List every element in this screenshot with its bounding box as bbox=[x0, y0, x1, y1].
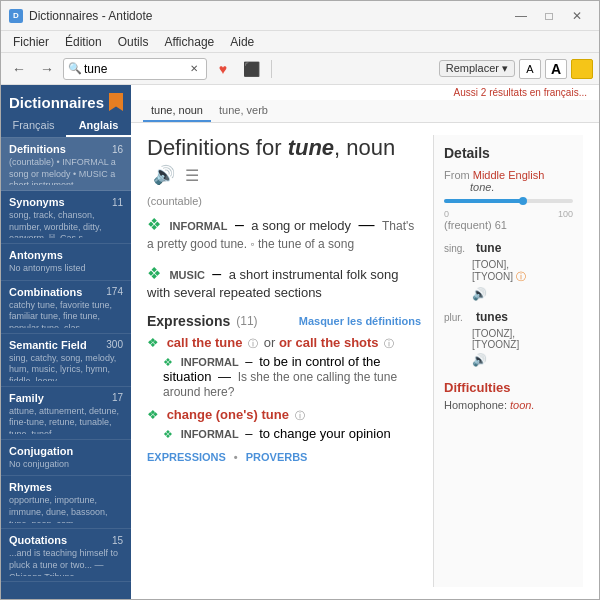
masquer-button[interactable]: Masquer les définitions bbox=[299, 315, 421, 327]
freq-bar-bg bbox=[444, 199, 573, 203]
back-button[interactable]: ← bbox=[7, 57, 31, 81]
application-window: D Dictionnaires - Antidote — □ ✕ Fichier… bbox=[0, 0, 600, 600]
sidebar-item-quotations[interactable]: Quotations 15 ...and is teaching himself… bbox=[1, 529, 131, 582]
lang-tab-francais[interactable]: Français bbox=[1, 115, 66, 137]
freq-marker bbox=[519, 197, 527, 205]
sidebar-item-semantic[interactable]: Semantic Field 300 sing, catchy, song, m… bbox=[1, 334, 131, 387]
search-icon: 🔍 bbox=[68, 62, 82, 75]
sidebar-item-definitions[interactable]: Definitions 16 (countable) • INFORMAL a … bbox=[1, 138, 131, 191]
details-title: Details bbox=[444, 145, 573, 161]
section-title-rhymes: Rhymes bbox=[9, 481, 52, 493]
expr-phrase-1b[interactable]: or call the shots bbox=[279, 335, 379, 350]
details-panel: Details From Middle English tone. bbox=[433, 135, 583, 587]
close-button[interactable]: ✕ bbox=[563, 4, 591, 28]
expressions-header: Expressions (11) Masquer les définitions bbox=[147, 313, 421, 329]
section-preview-semantic: sing, catchy, song, melody, hum, music, … bbox=[9, 353, 123, 381]
title-bar: D Dictionnaires - Antidote — □ ✕ bbox=[1, 1, 599, 31]
window-controls: — □ ✕ bbox=[507, 4, 591, 28]
difficulties-section: Difficulties Homophone: toon. bbox=[444, 380, 573, 411]
expr-sub-bullet-2: ❖ bbox=[163, 428, 173, 440]
content-tabs: tune, noun tune, verb bbox=[131, 100, 599, 123]
list-icon[interactable]: ☰ bbox=[185, 167, 199, 184]
forward-button[interactable]: → bbox=[35, 57, 59, 81]
section-title-synonyms: Synonyms bbox=[9, 196, 65, 208]
menu-edition[interactable]: Édition bbox=[57, 33, 110, 51]
def-tag-2: MUSIC bbox=[169, 269, 204, 281]
sidebar-item-combinations[interactable]: Combinations 174 catchy tune, favorite t… bbox=[1, 281, 131, 334]
sidebar-item-antonyms[interactable]: Antonyms No antonyms listed bbox=[1, 244, 131, 281]
section-preview-antonyms: No antonyms listed bbox=[9, 263, 123, 275]
tab-tune-verb[interactable]: tune, verb bbox=[211, 100, 276, 122]
share-button[interactable]: ⬛ bbox=[239, 57, 263, 81]
remplacer-button[interactable]: Remplacer ▾ bbox=[439, 60, 515, 77]
speaker-sing-icon[interactable]: 🔊 bbox=[472, 287, 487, 301]
sidebar: Dictionnaires Français Anglais Definitio… bbox=[1, 85, 131, 599]
expression-entry-1: ❖ call the tune ⓘ or or call the shots ⓘ… bbox=[147, 335, 421, 399]
font-large-button[interactable]: A bbox=[545, 59, 567, 79]
favorite-button[interactable]: ♥ bbox=[211, 57, 235, 81]
plur-ipa2: [TYOONZ] bbox=[472, 339, 519, 350]
expr-def-2: to change your opinion bbox=[259, 426, 391, 441]
minimize-button[interactable]: — bbox=[507, 4, 535, 28]
expressions-count: (11) bbox=[236, 314, 257, 328]
menu-bar: Fichier Édition Outils Affichage Aide bbox=[1, 31, 599, 53]
speaker-plur-icon[interactable]: 🔊 bbox=[472, 353, 487, 367]
sidebar-item-rhymes[interactable]: Rhymes opportune, importune, immune, dun… bbox=[1, 476, 131, 529]
expr-phrase-2[interactable]: change (one's) tune bbox=[167, 407, 289, 422]
tab-tune-noun[interactable]: tune, noun bbox=[143, 100, 211, 122]
frequency-bar-container bbox=[444, 199, 573, 203]
maximize-button[interactable]: □ bbox=[535, 4, 563, 28]
definitions-heading: Definitions for tune, noun 🔊 ☰ bbox=[147, 135, 421, 187]
content-body: Definitions for tune, noun 🔊 ☰ (countabl… bbox=[131, 123, 599, 599]
search-input[interactable] bbox=[84, 62, 184, 76]
search-clear-button[interactable]: ✕ bbox=[186, 61, 202, 77]
plur-word: tunes bbox=[476, 310, 508, 324]
menu-aide[interactable]: Aide bbox=[222, 33, 262, 51]
section-count-quotations: 15 bbox=[112, 535, 123, 546]
sidebar-sections: Definitions 16 (countable) • INFORMAL a … bbox=[1, 138, 131, 599]
bullet-icon-1: ❖ bbox=[147, 216, 161, 233]
plur-ipa1: [TOONZ], bbox=[472, 328, 515, 339]
freq-labels: 0 100 bbox=[444, 209, 573, 219]
singular-pronunciation: sing. tune [TOON], [TYOON] ⓘ 🔊 bbox=[444, 241, 573, 302]
expr-sub-bullet-1: ❖ bbox=[163, 356, 173, 368]
section-title-definitions: Definitions bbox=[9, 143, 66, 155]
also-results[interactable]: Aussi 2 résultats en français... bbox=[131, 85, 599, 100]
lang-tab-anglais[interactable]: Anglais bbox=[66, 115, 131, 137]
bookmark-icon bbox=[109, 93, 123, 111]
menu-affichage[interactable]: Affichage bbox=[156, 33, 222, 51]
definition-entry-2: ❖ MUSIC – a short instrumental folk song… bbox=[147, 264, 421, 301]
section-count-semantic: 300 bbox=[106, 339, 123, 350]
speaker-icon[interactable]: 🔊 bbox=[153, 165, 175, 185]
section-count-synonyms: 11 bbox=[112, 197, 123, 208]
sidebar-title: Dictionnaires bbox=[1, 85, 131, 115]
lang-tabs: Français Anglais bbox=[1, 115, 131, 138]
etymology-source[interactable]: Middle English bbox=[473, 169, 545, 181]
font-small-button[interactable]: A bbox=[519, 59, 541, 79]
expressions-link[interactable]: EXPRESSIONS bbox=[147, 451, 226, 463]
difficulties-title: Difficulties bbox=[444, 380, 573, 395]
main-text: Definitions for tune, noun 🔊 ☰ (countabl… bbox=[147, 135, 433, 587]
section-title-quotations: Quotations bbox=[9, 534, 67, 546]
main-area: Dictionnaires Français Anglais Definitio… bbox=[1, 85, 599, 599]
section-count-definitions: 16 bbox=[112, 144, 123, 155]
menu-fichier[interactable]: Fichier bbox=[5, 33, 57, 51]
expr-phrase-1a[interactable]: call the tune bbox=[167, 335, 243, 350]
homophone-text: Homophone: toon. bbox=[444, 399, 573, 411]
section-preview-rhymes: opportune, importune, immune, dune, bass… bbox=[9, 495, 123, 523]
section-preview-quotations: ...and is teaching himself to pluck a tu… bbox=[9, 548, 123, 576]
section-preview-definitions: (countable) • INFORMAL a song or melody … bbox=[9, 157, 123, 185]
sidebar-item-family[interactable]: Family 17 attune, attunement, detune, fi… bbox=[1, 387, 131, 440]
toolbar-right: Remplacer ▾ A A bbox=[439, 59, 593, 79]
section-count-family: 17 bbox=[112, 392, 123, 403]
highlight-button[interactable] bbox=[571, 59, 593, 79]
details-from: From Middle English bbox=[444, 169, 573, 181]
def-tag-1: INFORMAL bbox=[169, 220, 227, 232]
homophone-link[interactable]: toon. bbox=[510, 399, 534, 411]
proverbs-link[interactable]: PROVERBS bbox=[246, 451, 308, 463]
menu-outils[interactable]: Outils bbox=[110, 33, 157, 51]
sidebar-item-conjugation[interactable]: Conjugation No conjugation bbox=[1, 440, 131, 477]
section-title-semantic: Semantic Field bbox=[9, 339, 87, 351]
freq-value: (frequent) 61 bbox=[444, 219, 573, 231]
sidebar-item-synonyms[interactable]: Synonyms 11 song, track, chanson, number… bbox=[1, 191, 131, 244]
